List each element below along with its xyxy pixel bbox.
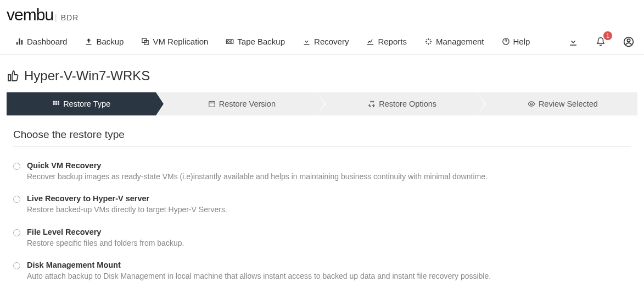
wizard-label: Restore Version bbox=[219, 99, 276, 108]
nav-management[interactable]: Management bbox=[416, 29, 493, 54]
brand-divider: | bbox=[55, 13, 57, 22]
dashboard-icon bbox=[15, 37, 24, 46]
option-title: Quick VM Recovery bbox=[27, 161, 631, 170]
radio-file-level[interactable] bbox=[13, 229, 20, 236]
nav-label: Help bbox=[513, 37, 530, 46]
nav-label: Backup bbox=[96, 37, 124, 46]
brand-name: vembu bbox=[7, 5, 53, 24]
wizard-step-restore-type[interactable]: Restore Type bbox=[7, 92, 156, 115]
nav-tape-backup[interactable]: Tape Backup bbox=[217, 29, 294, 54]
radio-disk-mgmt[interactable] bbox=[13, 262, 20, 269]
wizard-label: Restore Type bbox=[63, 99, 110, 108]
nav-vm-replication[interactable]: VM Replication bbox=[132, 29, 217, 54]
svg-rect-14 bbox=[209, 102, 215, 107]
svg-point-7 bbox=[627, 38, 630, 41]
restore-type-section: Choose the restore type Quick VM Recover… bbox=[0, 129, 644, 293]
svg-point-3 bbox=[228, 41, 229, 42]
svg-rect-12 bbox=[55, 103, 57, 105]
thumbs-up-icon bbox=[7, 69, 20, 82]
top-nav: Dashboard Backup VM Replication Tape Bac… bbox=[0, 29, 644, 55]
svg-rect-10 bbox=[58, 101, 59, 103]
option-file-level[interactable]: File Level Recovery Restore specific fil… bbox=[13, 223, 631, 256]
nav-backup[interactable]: Backup bbox=[76, 29, 132, 54]
option-title: File Level Recovery bbox=[27, 228, 631, 236]
nav-recovery[interactable]: Recovery bbox=[294, 29, 357, 54]
nav-help[interactable]: Help bbox=[493, 29, 539, 54]
wizard-step-restore-version[interactable]: Restore Version bbox=[156, 92, 316, 115]
download-icon bbox=[568, 37, 578, 47]
download-button[interactable] bbox=[565, 34, 581, 50]
page-title-text: Hyper-V-Win7-WRKS bbox=[24, 68, 150, 84]
option-title: Disk Management Mount bbox=[27, 261, 631, 269]
management-icon bbox=[424, 37, 433, 46]
download-icon bbox=[303, 37, 311, 46]
nav-label: Reports bbox=[378, 37, 407, 46]
page-title: Hyper-V-Win7-WRKS bbox=[0, 55, 644, 92]
option-title: Live Recovery to Hyper-V server bbox=[27, 194, 631, 203]
brand-logo: vembu | BDR bbox=[0, 0, 644, 29]
calendar-icon bbox=[208, 100, 216, 108]
svg-rect-8 bbox=[53, 101, 55, 103]
replication-icon bbox=[141, 37, 149, 46]
tape-icon bbox=[226, 37, 234, 46]
wizard-label: Restore Options bbox=[379, 99, 436, 108]
svg-point-4 bbox=[231, 41, 232, 42]
wizard-steps: Restore Type Restore Version Restore Opt… bbox=[7, 92, 637, 115]
option-desc: Auto attach backup to Disk Management in… bbox=[27, 270, 631, 281]
upload-icon bbox=[85, 37, 93, 46]
brand-sub: BDR bbox=[61, 13, 79, 22]
option-disk-mgmt[interactable]: Disk Management Mount Auto attach backup… bbox=[13, 256, 631, 289]
user-icon bbox=[623, 36, 634, 47]
wizard-label: Review Selected bbox=[539, 99, 598, 108]
nav-reports[interactable]: Reports bbox=[357, 29, 416, 54]
chart-icon bbox=[366, 37, 374, 46]
wizard-step-restore-options[interactable]: Restore Options bbox=[317, 92, 477, 115]
svg-rect-9 bbox=[55, 101, 57, 103]
nav-label: VM Replication bbox=[153, 37, 208, 46]
option-desc: Restore backed-up VMs directly to target… bbox=[27, 204, 631, 215]
svg-rect-13 bbox=[58, 103, 59, 105]
option-live-recovery[interactable]: Live Recovery to Hyper-V server Restore … bbox=[13, 190, 631, 223]
radio-quick-vm[interactable] bbox=[13, 163, 20, 170]
svg-point-15 bbox=[530, 103, 533, 105]
nav-label: Management bbox=[436, 37, 484, 46]
nav-label: Tape Backup bbox=[237, 37, 285, 46]
nav-dashboard[interactable]: Dashboard bbox=[7, 29, 76, 54]
section-heading: Choose the restore type bbox=[13, 129, 631, 147]
option-desc: Recover backup images as ready-state VMs… bbox=[27, 171, 631, 182]
eye-icon bbox=[528, 100, 535, 108]
option-download[interactable]: Download Multi-format restore available … bbox=[13, 289, 631, 293]
option-desc: Restore specific files and folders from … bbox=[27, 237, 631, 248]
notifications-button[interactable]: 1 bbox=[592, 34, 609, 50]
option-quick-vm-recovery[interactable]: Quick VM Recovery Recover backup images … bbox=[13, 157, 631, 190]
recycle-icon bbox=[368, 100, 376, 108]
wizard-step-review-selected[interactable]: Review Selected bbox=[477, 92, 637, 115]
radio-live-recovery[interactable] bbox=[13, 196, 20, 203]
grid-icon bbox=[52, 100, 60, 108]
svg-rect-11 bbox=[53, 103, 55, 105]
user-menu-button[interactable] bbox=[620, 33, 637, 51]
nav-label: Recovery bbox=[314, 37, 349, 46]
help-icon bbox=[502, 37, 510, 46]
nav-label: Dashboard bbox=[27, 37, 67, 46]
notification-badge: 1 bbox=[603, 31, 612, 40]
